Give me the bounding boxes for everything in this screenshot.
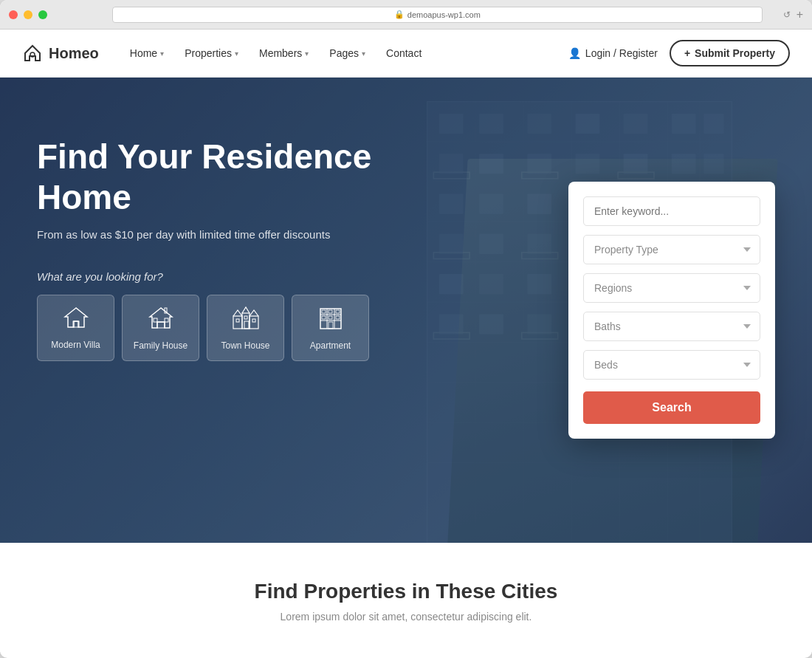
apartment-label: Apartment xyxy=(310,340,351,351)
login-register-link[interactable]: 👤 Login / Register xyxy=(568,47,658,59)
townhouse-label: Town House xyxy=(221,340,269,351)
search-panel: Property Type House Apartment Villa Town… xyxy=(568,182,775,439)
prop-card-villa[interactable]: Modern Villa xyxy=(37,295,114,361)
maximize-btn[interactable] xyxy=(38,10,47,19)
svg-rect-66 xyxy=(157,322,165,328)
hero-looking-label: What are you looking for? xyxy=(37,270,443,283)
new-tab-button[interactable]: + xyxy=(796,8,803,21)
hero-section: Find Your Residence Home From as low as … xyxy=(0,78,812,543)
nav-home[interactable]: Home ▾ xyxy=(121,41,173,65)
svg-rect-76 xyxy=(252,319,255,322)
nav-members[interactable]: Members ▾ xyxy=(250,41,317,65)
svg-rect-85 xyxy=(322,316,326,319)
navbar: Homeo Home ▾ Properties ▾ Members ▾ Page… xyxy=(0,30,812,78)
nav-pages[interactable]: Pages ▾ xyxy=(320,41,374,65)
cities-title: Find Properties in These Cities xyxy=(22,580,790,603)
lock-icon: 🔒 xyxy=(394,10,405,19)
townhouse-icon xyxy=(232,306,260,335)
chevron-down-icon: ▾ xyxy=(362,49,365,58)
logo-text: Homeo xyxy=(49,45,99,62)
cities-section: Find Properties in These Cities Lorem ip… xyxy=(0,543,812,652)
svg-rect-84 xyxy=(336,310,340,313)
svg-rect-82 xyxy=(322,310,326,313)
user-icon: 👤 xyxy=(568,47,581,59)
keyword-input-wrap xyxy=(583,196,760,226)
address-bar[interactable]: 🔒 demoapus-wp1.com xyxy=(112,7,763,23)
chevron-down-icon: ▾ xyxy=(235,49,238,58)
svg-rect-74 xyxy=(244,316,247,319)
family-house-label: Family House xyxy=(134,340,187,351)
property-types-grid: Modern Villa Family House xyxy=(37,295,443,361)
hero-subtitle: From as low as $10 per day with limited … xyxy=(37,228,443,241)
prop-card-family-house[interactable]: Family House xyxy=(122,295,199,361)
submit-property-button[interactable]: + Submit Property xyxy=(670,40,790,66)
reload-button[interactable]: ↺ xyxy=(783,10,791,20)
apartment-icon xyxy=(318,306,343,335)
chevron-down-icon: ▾ xyxy=(305,49,309,58)
svg-rect-77 xyxy=(320,309,341,329)
hero-title: Find Your Residence Home xyxy=(37,137,443,218)
url-text: demoapus-wp1.com xyxy=(407,10,481,19)
prop-card-apartment[interactable]: Apartment xyxy=(292,295,369,361)
search-button[interactable]: Search xyxy=(583,391,760,424)
chevron-down-icon: ▾ xyxy=(160,49,164,58)
property-type-select[interactable]: Property Type House Apartment Villa Town… xyxy=(583,235,760,264)
svg-rect-73 xyxy=(236,319,239,322)
keyword-input[interactable] xyxy=(583,196,760,226)
close-btn[interactable] xyxy=(9,10,18,19)
svg-rect-87 xyxy=(336,316,340,319)
svg-rect-83 xyxy=(328,310,332,313)
logo-icon xyxy=(22,43,43,64)
villa-label: Modern Villa xyxy=(51,340,100,350)
family-house-icon xyxy=(148,306,173,335)
prop-card-townhouse[interactable]: Town House xyxy=(207,295,284,361)
hero-content: Find Your Residence Home From as low as … xyxy=(0,78,480,361)
svg-rect-86 xyxy=(328,316,332,319)
nav-properties[interactable]: Properties ▾ xyxy=(176,41,247,65)
beds-select[interactable]: Beds 1 2 3 4+ xyxy=(583,350,760,380)
cities-subtitle: Lorem ipsum dolor sit amet, consectetur … xyxy=(22,611,790,623)
nav-contact[interactable]: Contact xyxy=(377,41,430,65)
nav-links: Home ▾ Properties ▾ Members ▾ Pages ▾ Co… xyxy=(121,41,568,65)
baths-select[interactable]: Baths 1 2 3 4+ xyxy=(583,312,760,341)
regions-select[interactable]: Regions New York Los Angeles Chicago Mia… xyxy=(583,273,760,303)
svg-rect-75 xyxy=(244,321,249,329)
svg-rect-88 xyxy=(328,322,333,329)
logo[interactable]: Homeo xyxy=(22,43,99,64)
minimize-btn[interactable] xyxy=(24,10,32,19)
nav-right: 👤 Login / Register + Submit Property xyxy=(568,40,790,66)
villa-icon xyxy=(63,306,89,334)
